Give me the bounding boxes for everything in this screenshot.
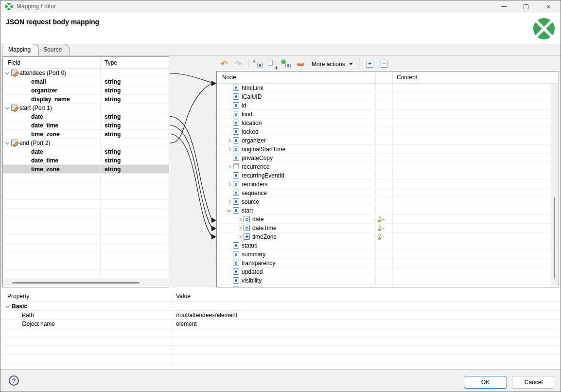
- tree-row[interactable]: dateTime--: [217, 224, 559, 232]
- field-row[interactable]: time_zonestring: [3, 130, 169, 139]
- undo-button[interactable]: [218, 58, 230, 70]
- remove-button[interactable]: [295, 58, 306, 70]
- content-cell[interactable]: [392, 136, 559, 144]
- content-cell[interactable]: [392, 215, 559, 223]
- chevron-right-icon[interactable]: [238, 234, 242, 238]
- tree-row[interactable]: timeZone--: [217, 232, 559, 241]
- content-cell[interactable]: [392, 145, 559, 153]
- tree-row[interactable]: recurringEventId: [217, 171, 559, 180]
- value-cell[interactable]: /root/attendees/element: [172, 311, 560, 319]
- content-cell[interactable]: [392, 171, 559, 179]
- tab-source[interactable]: Source: [37, 44, 70, 55]
- content-cell[interactable]: [392, 180, 559, 188]
- tab-mapping[interactable]: Mapping: [2, 44, 39, 55]
- content-cell[interactable]: [392, 119, 559, 127]
- chevron-down-icon[interactable]: [5, 140, 9, 144]
- field-row[interactable]: datestring: [3, 112, 169, 121]
- expand-all-button[interactable]: [364, 58, 376, 70]
- tree-row[interactable]: locked: [217, 127, 559, 136]
- help-button[interactable]: [9, 375, 19, 386]
- chevron-down-icon[interactable]: [5, 105, 9, 109]
- vertical-scrollbar-thumb[interactable]: [554, 197, 555, 278]
- value-cell[interactable]: element: [172, 320, 560, 328]
- tree-row[interactable]: kind: [217, 110, 559, 119]
- column-header-node[interactable]: Node: [217, 71, 375, 83]
- column-header-mapping[interactable]: [375, 71, 392, 83]
- column-header-property[interactable]: Property: [2, 291, 172, 302]
- close-button[interactable]: [537, 0, 560, 13]
- tree-row[interactable]: originalStartTime: [217, 145, 559, 154]
- chevron-right-icon[interactable]: [227, 199, 231, 203]
- ok-button[interactable]: OK: [464, 376, 507, 389]
- tree-row[interactable]: updated: [217, 267, 559, 276]
- content-cell[interactable]: [392, 241, 559, 249]
- add-wildcard-button[interactable]: +: [266, 58, 278, 70]
- field-group-row[interactable]: start (Port 1): [3, 104, 169, 112]
- column-header-field[interactable]: Field: [3, 57, 100, 68]
- tree-row[interactable]: sequence: [217, 189, 559, 197]
- redo-button[interactable]: [232, 58, 244, 70]
- content-cell[interactable]: [392, 110, 559, 118]
- add-element-button[interactable]: +: [252, 58, 264, 70]
- content-cell[interactable]: [392, 267, 559, 276]
- vertical-scrollbar[interactable]: [551, 84, 558, 286]
- tree-row[interactable]: transparency: [217, 259, 559, 267]
- content-cell[interactable]: [392, 154, 559, 162]
- tree-row[interactable]: id: [217, 101, 559, 110]
- field-row[interactable]: time_zonestring: [3, 165, 169, 174]
- content-cell[interactable]: [392, 162, 559, 171]
- tree-row[interactable]: privateCopy: [217, 154, 559, 162]
- property-row[interactable]: Basic: [2, 302, 560, 311]
- content-cell[interactable]: [392, 276, 559, 285]
- chevron-right-icon[interactable]: [238, 226, 242, 230]
- more-actions-button[interactable]: More actions: [309, 58, 356, 70]
- horizontal-scrollbar[interactable]: [3, 279, 168, 286]
- tree-row[interactable]: start: [217, 206, 559, 215]
- field-row[interactable]: datestring: [3, 147, 169, 156]
- field-row[interactable]: organizerstring: [3, 86, 169, 95]
- property-row[interactable]: Path/root/attendees/element: [2, 311, 560, 320]
- field-row[interactable]: emailstring: [3, 77, 169, 86]
- content-cell[interactable]: [392, 84, 559, 92]
- content-cell[interactable]: [392, 127, 559, 136]
- chevron-down-icon[interactable]: [227, 208, 231, 212]
- chevron-right-icon[interactable]: [227, 164, 231, 168]
- field-group-row[interactable]: attendees (Port 0): [3, 69, 169, 77]
- value-cell[interactable]: [172, 302, 560, 310]
- property-row[interactable]: Object nameelement: [2, 320, 560, 328]
- chevron-right-icon[interactable]: [227, 147, 231, 151]
- tree-row[interactable]: reminders: [217, 180, 559, 189]
- tree-row[interactable]: htmlLink: [217, 84, 559, 92]
- collapse-all-button[interactable]: [378, 58, 390, 70]
- tree-row[interactable]: organizer: [217, 136, 559, 145]
- chevron-down-icon[interactable]: [6, 303, 10, 307]
- tree-row[interactable]: source: [217, 197, 559, 206]
- tree-row[interactable]: summary: [217, 250, 559, 259]
- field-row[interactable]: display_namestring: [3, 95, 169, 104]
- chevron-right-icon[interactable]: [227, 182, 231, 186]
- horizontal-scrollbar-thumb[interactable]: [12, 282, 140, 284]
- field-row[interactable]: date_timestring: [3, 156, 169, 165]
- content-cell[interactable]: [392, 250, 559, 258]
- add-namespace-element-button[interactable]: [280, 58, 292, 70]
- content-cell[interactable]: [392, 232, 559, 241]
- column-header-content[interactable]: Content: [392, 71, 559, 83]
- title-bar[interactable]: Mapping Editor: [0, 0, 561, 13]
- content-cell[interactable]: [392, 206, 559, 214]
- column-header-value[interactable]: Value: [172, 291, 560, 302]
- content-cell[interactable]: [392, 92, 559, 101]
- minimize-button[interactable]: [492, 0, 515, 13]
- column-header-type[interactable]: Type: [100, 57, 169, 68]
- chevron-right-icon[interactable]: [238, 217, 242, 221]
- tree-row[interactable]: status: [217, 241, 559, 250]
- tree-row[interactable]: iCalUID: [217, 92, 559, 101]
- tree-row[interactable]: location: [217, 119, 559, 127]
- field-row[interactable]: date_timestring: [3, 121, 169, 130]
- field-group-row[interactable]: end (Port 2): [3, 139, 169, 147]
- tree-row[interactable]: date--: [217, 215, 559, 224]
- content-cell[interactable]: [392, 224, 559, 232]
- content-cell[interactable]: [392, 189, 559, 197]
- content-cell[interactable]: [392, 101, 559, 109]
- tree-row[interactable]: recurrence: [217, 162, 559, 171]
- maximize-button[interactable]: [515, 0, 537, 13]
